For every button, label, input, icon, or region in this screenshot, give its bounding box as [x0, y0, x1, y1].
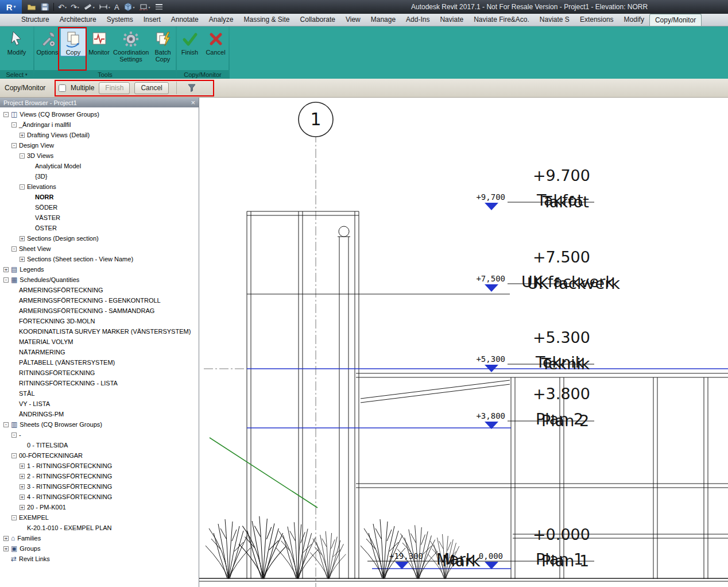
expander-icon[interactable]: - — [20, 184, 25, 190]
tree-item-sheets-cq-browser-groups[interactable]: - ▥ Sheets (CQ Browser Groups) — [0, 419, 199, 430]
tree-item-sections-sheet-section-view-name[interactable]: + Sections (Sheet section - View Name) — [0, 254, 199, 264]
tree-item-3-ritningsf-rteckning[interactable]: + 3 - RITNINGSFÖRTECKNING — [0, 481, 199, 492]
tree-item-ndrings-pm[interactable]: ÄNDRINGS-PM — [0, 409, 199, 419]
text-note-button[interactable]: A — [113, 1, 121, 13]
ribbon-tab-naviate-fire-aco[interactable]: Naviate Fire&Aco. — [468, 14, 535, 26]
tree-item-4-ritningsf-rteckning[interactable]: + 4 - RITNINGSFÖRTECKNING — [0, 492, 199, 502]
monitor-button[interactable]: Monitor — [86, 28, 112, 56]
ribbon-tab-annotate[interactable]: Annotate — [166, 14, 204, 26]
expander-icon[interactable]: + — [3, 267, 9, 272]
expander-icon[interactable]: - — [3, 277, 9, 283]
expander-icon[interactable]: - — [3, 112, 9, 117]
expander-icon[interactable]: - — [11, 122, 17, 128]
tree-item-elevations[interactable]: - Elevations — [0, 181, 199, 192]
tree-item-20-pm-k001[interactable]: + 20 - PM-K001 — [0, 502, 199, 512]
project-browser-header[interactable]: Project Browser - Project1 × — [0, 98, 199, 107]
expander-icon[interactable]: - — [11, 246, 17, 252]
tree-item-revit-links[interactable]: ⇄ Revit Links — [0, 554, 199, 564]
expander-icon[interactable]: - — [11, 453, 17, 458]
tree-item-v-ster[interactable]: VÄSTER — [0, 213, 199, 223]
tree-item-ritningsf-rteckning[interactable]: RITNINGSFÖRTECKNING — [0, 368, 199, 378]
ribbon-tab-extensions[interactable]: Extensions — [575, 14, 619, 26]
application-menu-button[interactable]: R ▾ — [0, 0, 22, 14]
tree-item-2-ritningsf-rteckning[interactable]: + 2 - RITNINGSFÖRTECKNING — [0, 471, 199, 481]
tree-item-n-tarmering[interactable]: NÄTARMERING — [0, 347, 199, 357]
tree-item-p-ltabell-v-nstersystem[interactable]: PÅLTABELL (VÄNSTERSYSTEM) — [0, 357, 199, 368]
level-plan-2[interactable]: +3,800 +3.800 Plan 2 Plan 2 — [476, 385, 594, 430]
expander-icon[interactable]: + — [3, 546, 9, 551]
ribbon-tab-systems[interactable]: Systems — [102, 14, 138, 26]
options-button[interactable]: Options — [34, 28, 60, 56]
expander-icon[interactable]: + — [20, 474, 25, 479]
default-3d-view-button[interactable]: ▾ — [122, 1, 137, 13]
expander-icon[interactable]: + — [20, 236, 25, 241]
tree-item-design-view[interactable]: - Design View — [0, 140, 199, 150]
tree-item-1-ritningsf-rteckning[interactable]: + 1 - RITNINGSFÖRTECKNING — [0, 461, 199, 471]
tree-item-ster[interactable]: ÖSTER — [0, 223, 199, 233]
ribbon-tab-naviate[interactable]: Naviate — [435, 14, 468, 26]
ribbon-tab-collaborate[interactable]: Collaborate — [295, 14, 340, 26]
ribbon-tab-view[interactable]: View — [340, 14, 366, 26]
undo-button[interactable]: ↶▾ — [56, 1, 68, 13]
tree-item-item[interactable]: - - — [0, 430, 199, 440]
options-finish-button[interactable]: Finish — [99, 82, 130, 94]
measure-button[interactable]: ▾ — [82, 1, 96, 13]
tree-item-armeringsf-rteckning-sammandrag[interactable]: ARMERINGSFÖRTECKNING - SAMMANDRAG — [0, 306, 199, 316]
expander-icon[interactable]: - — [11, 143, 17, 148]
panel-label-select[interactable]: Select▾ — [0, 70, 33, 79]
expander-icon[interactable]: - — [11, 515, 17, 520]
monitored-level-lines[interactable] — [204, 369, 728, 569]
ribbon-tab-structure[interactable]: Structure — [16, 14, 55, 26]
ribbon-tab-architecture[interactable]: Architecture — [55, 14, 102, 26]
thin-lines-button[interactable] — [153, 1, 165, 13]
expander-icon[interactable]: + — [20, 133, 25, 138]
ribbon-tab-manage[interactable]: Manage — [366, 14, 401, 26]
tree-item-k-20-1-010-exempel-plan[interactable]: K-20.1-010 - EXEMPEL PLAN — [0, 523, 199, 533]
ribbon-tab-add-ins[interactable]: Add-Ins — [401, 14, 435, 26]
green-reference-line[interactable] — [210, 438, 317, 508]
open-button[interactable] — [25, 1, 38, 13]
ribbon-tab-copy-monitor[interactable]: Copy/Monitor — [649, 14, 702, 26]
tree-item-groups[interactable]: + ▣ Groups — [0, 543, 199, 554]
expander-icon[interactable]: + — [20, 464, 25, 469]
options-cancel-button[interactable]: Cancel — [134, 82, 168, 94]
level-takfot[interactable]: +9,700 +9.700 Takfot Takfot — [476, 167, 594, 211]
level-mark[interactable]: +19,300 Mark Mark — [389, 550, 481, 570]
level-uk-fackverk[interactable]: +7,500 +7.500 UK fackverk UK fackverk — [476, 248, 620, 292]
copy-button[interactable]: Copy — [60, 28, 86, 56]
level-teknik[interactable]: +5,300 +5.300 Teknik Teknik — [476, 329, 594, 373]
batch-copy-button[interactable]: Batch Copy — [150, 28, 176, 63]
ribbon-tab-modify[interactable]: Modify — [619, 14, 649, 26]
tree-item-armeringsf-rteckning-egenkontroll[interactable]: ARMERINGSFÖRTECKNING - EGENKONTROLL — [0, 295, 199, 306]
filter-button[interactable] — [184, 82, 199, 94]
expander-icon[interactable]: - — [20, 153, 25, 159]
drawing-area[interactable]: 1 — [199, 98, 728, 587]
tree-item-s-der[interactable]: SÖDER — [0, 202, 199, 213]
ribbon-tab-massing-site[interactable]: Massing & Site — [239, 14, 295, 26]
tree-item-sections-design-section[interactable]: + Sections (Design section) — [0, 233, 199, 244]
ribbon-tab-insert[interactable]: Insert — [138, 14, 166, 26]
close-icon[interactable]: × — [191, 99, 195, 106]
elevation-view-norr[interactable]: 1 — [199, 98, 728, 587]
tree-item-analytical-model[interactable]: Analytical Model — [0, 161, 199, 171]
expander-icon[interactable]: - — [3, 422, 9, 427]
expander-icon[interactable]: + — [20, 257, 25, 262]
expander-icon[interactable]: + — [20, 495, 25, 500]
expander-icon[interactable]: + — [3, 536, 9, 541]
tree-item-schedules-quantities[interactable]: - ▦ Schedules/Quantities — [0, 275, 199, 285]
tree-item-koordinatlista-survey-marker-v-nstersyst[interactable]: KOORDINATLISTA SURVEY MARKER (VÄNSTERSYS… — [0, 326, 199, 337]
tree-item-exempel[interactable]: - EXEMPEL — [0, 512, 199, 523]
tree-item-vy-lista[interactable]: VY - LISTA — [0, 399, 199, 409]
modify-button[interactable]: Modify — [4, 28, 30, 56]
tree-item-3d[interactable]: {3D} — [0, 171, 199, 181]
redo-button[interactable]: ↷▾ — [69, 1, 81, 13]
tree-item-material-volym[interactable]: MATERIAL VOLYM — [0, 337, 199, 347]
expander-icon[interactable]: - — [11, 432, 17, 438]
tree-item-views-cq-browser-groups[interactable]: - ◫ Views (CQ Browser Groups) — [0, 109, 199, 119]
tree-item-f-rteckning-3d-moln[interactable]: FÖRTECKNING 3D-MOLN — [0, 316, 199, 326]
tree-item-armeringsf-rteckning[interactable]: ARMERINGSFÖRTECKNING — [0, 285, 199, 295]
tree-item-0-titelsida[interactable]: 0 - TITELSIDA — [0, 440, 199, 450]
tree-item-3d-views[interactable]: - 3D Views — [0, 150, 199, 161]
tree-item-families[interactable]: + ⌂ Families — [0, 533, 199, 543]
tree-item-norr[interactable]: NORR — [0, 192, 199, 202]
